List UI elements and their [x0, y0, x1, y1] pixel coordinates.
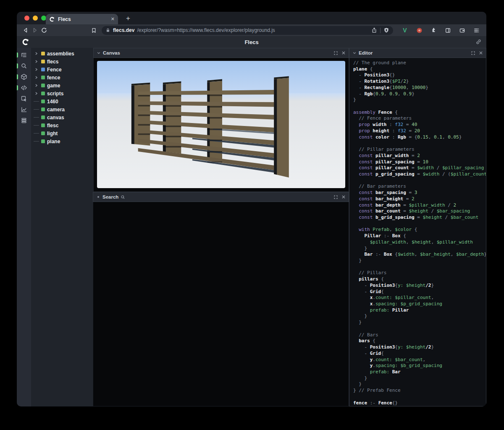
panel-bullet-icon: [97, 196, 99, 198]
code-line: // Pillars: [353, 270, 486, 276]
flecs-favicon-icon: [49, 16, 55, 22]
url-bar[interactable]: flecs.dev /explorer/?wasm=https://www.fl…: [102, 26, 393, 35]
code-line: - Position3{y: $height/2}: [353, 344, 486, 351]
code-line: bars {: [353, 338, 486, 344]
editor-panel-title: Editor: [359, 50, 373, 55]
code-line: prop height : f32 = 20: [353, 128, 486, 134]
code-line: prop width : f32 = 40: [353, 122, 486, 128]
code-line: // Bars: [353, 332, 486, 338]
tree-item-camera[interactable]: camera: [31, 105, 93, 113]
search-panel-header[interactable]: Search: [93, 192, 349, 202]
new-tab-button[interactable]: +: [123, 13, 134, 24]
close-window-button[interactable]: [24, 16, 29, 21]
code-line: prefab: Pillar: [353, 307, 486, 314]
tree-item-1460[interactable]: 1460: [31, 97, 93, 105]
code-line: const bar_depth = $pillar_width / 2: [353, 202, 486, 209]
tree-item-assemblies[interactable]: assemblies: [31, 50, 93, 58]
window-controls[interactable]: [24, 16, 46, 21]
entity-kind-icon: [41, 60, 45, 63]
tree-item-light[interactable]: light: [31, 129, 93, 137]
tree-item-game[interactable]: game: [31, 81, 93, 89]
browser-toolbar: flecs.dev /explorer/?wasm=https://www.fl…: [17, 24, 486, 36]
code-line: const color : Rgb = {0.15, 0.1, 0.05}: [353, 134, 486, 141]
code-line: - Rotation3{$PI/2}: [353, 79, 486, 85]
entity-kind-icon: [41, 108, 45, 111]
chevron-right-icon[interactable]: [34, 84, 39, 87]
tree-item-Fence[interactable]: Fence: [31, 66, 93, 73]
chevron-down-icon[interactable]: [97, 51, 101, 55]
vue-devtools-icon[interactable]: V: [401, 26, 409, 34]
sidebar-toggle-icon[interactable]: [444, 26, 452, 34]
tree-item-flesc[interactable]: flesc: [31, 121, 93, 129]
flecs-logo-icon[interactable]: [22, 38, 29, 46]
rest-api-icon[interactable]: [17, 115, 31, 126]
tree-branch-line: [34, 125, 39, 126]
reload-button[interactable]: [39, 26, 49, 35]
red-extension-icon[interactable]: [415, 26, 423, 34]
code-editor-icon[interactable]: [17, 82, 31, 93]
tree-item-fence[interactable]: fence: [31, 73, 93, 81]
editor-code[interactable]: // The ground planeplane { - Position3{}…: [349, 58, 486, 406]
tree-item-canvas[interactable]: canvas: [31, 113, 93, 121]
code-line: prefab: Bar: [353, 369, 486, 375]
code-line: [353, 178, 486, 184]
code-line: - Grid{: [353, 351, 486, 357]
page-title: Flecs: [244, 39, 258, 45]
close-panel-icon[interactable]: [341, 195, 346, 199]
code-line: - Rgb{0.9, 0.9, 0.9}: [353, 91, 486, 97]
close-panel-icon[interactable]: [341, 51, 346, 55]
expand-icon[interactable]: [333, 51, 338, 55]
tab-close-icon[interactable]: ✕: [111, 17, 115, 21]
chevron-right-icon[interactable]: [34, 92, 39, 95]
canvas-3d-render[interactable]: [97, 61, 345, 188]
chevron-right-icon[interactable]: [34, 60, 39, 63]
brave-shield-icon[interactable]: [383, 27, 389, 33]
close-panel-icon[interactable]: [479, 51, 483, 55]
editor-panel-header[interactable]: Editor: [349, 48, 486, 58]
back-button[interactable]: [21, 26, 30, 35]
code-line: const b_grid_spacing = $height / $bar_co…: [353, 215, 486, 221]
entity-tree-icon[interactable]: [17, 50, 31, 60]
search-results-area[interactable]: [93, 202, 349, 406]
query-search-icon[interactable]: [17, 60, 31, 71]
tree-item-label: flesc: [47, 123, 58, 128]
chevron-right-icon[interactable]: [34, 52, 39, 55]
code-line: y.count: $bar_count,: [353, 357, 486, 363]
code-line: const pillar_count = $width / $pillar_sp…: [353, 165, 486, 171]
statistics-icon[interactable]: [17, 104, 31, 115]
minimize-window-button[interactable]: [33, 16, 38, 21]
forward-button[interactable]: [30, 26, 39, 35]
browser-tab[interactable]: Flecs ✕: [46, 14, 118, 24]
extensions-puzzle-icon[interactable]: [429, 26, 438, 34]
code-line: }: [353, 313, 486, 320]
chevron-down-icon[interactable]: [352, 51, 357, 55]
chevron-right-icon[interactable]: [34, 76, 39, 79]
code-line: fence :- Fence{}: [353, 400, 486, 406]
tree-item-flecs[interactable]: flecs: [31, 58, 93, 66]
share-link-icon[interactable]: [475, 39, 482, 45]
expand-icon[interactable]: [471, 51, 475, 55]
code-line: x.spacing: $p_grid_spacing: [353, 301, 486, 307]
tree-branch-line: [34, 101, 39, 102]
share-icon[interactable]: [371, 27, 377, 33]
code-line: const bar_height = 2: [353, 196, 486, 202]
tree-item-scripts[interactable]: scripts: [31, 89, 93, 97]
tab-title: Flecs: [58, 16, 108, 22]
expand-icon[interactable]: [333, 195, 338, 199]
code-line: const pillar_spacing = 10: [353, 159, 486, 165]
bookmark-icon[interactable]: [89, 26, 98, 35]
wallet-icon[interactable]: [458, 26, 466, 34]
code-line: [353, 103, 486, 110]
canvas-panel-header[interactable]: Canvas: [93, 48, 349, 58]
tree-item-label: plane: [47, 139, 60, 144]
code-line: // Fence parameters: [353, 115, 486, 122]
canvas-3d-cube-icon[interactable]: [17, 71, 31, 82]
inspector-icon[interactable]: [17, 93, 31, 104]
code-line: $pillar_width, $height, $pillar_width: [353, 239, 486, 246]
menu-icon[interactable]: [472, 26, 480, 34]
entity-kind-icon: [41, 115, 45, 119]
chevron-right-icon[interactable]: [34, 68, 39, 71]
code-line: }: [353, 381, 486, 388]
tree-item-plane[interactable]: plane: [31, 137, 93, 145]
code-line: }: [353, 320, 486, 326]
